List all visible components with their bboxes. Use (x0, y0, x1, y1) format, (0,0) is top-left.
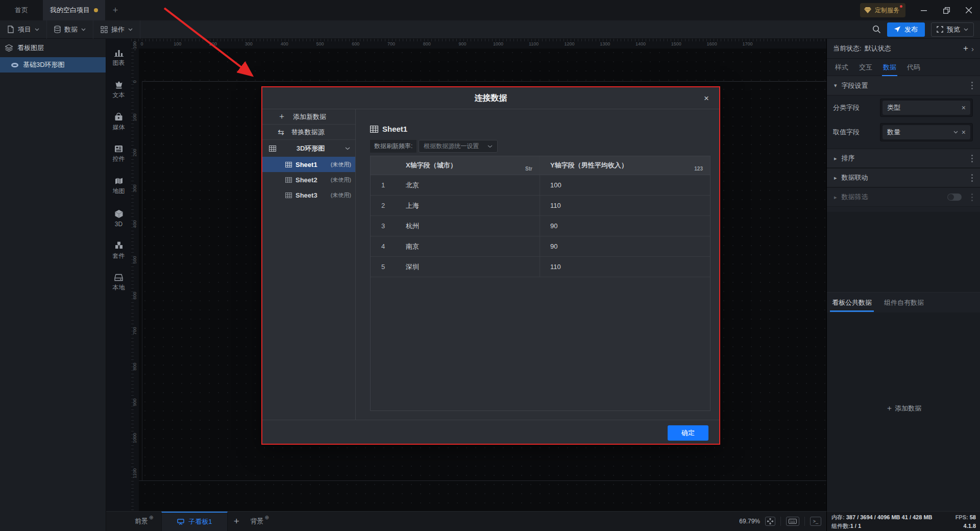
add-state-button[interactable]: + (963, 43, 968, 54)
kebab-menu-icon[interactable] (971, 158, 973, 159)
fit-screen-button[interactable] (765, 517, 775, 526)
data-group-row[interactable]: 3D环形图 (262, 140, 355, 157)
fps-label: FPS: (955, 514, 968, 520)
tab-data[interactable]: 数据 (883, 59, 896, 76)
tab-style[interactable]: 样式 (835, 59, 848, 76)
dock-item-text[interactable]: 文本 (106, 75, 131, 105)
sheet-name: Sheet2 (296, 176, 317, 184)
tab-code[interactable]: 代码 (907, 59, 920, 76)
fps-value: 58 (970, 514, 976, 520)
dock-item-local[interactable]: 本地 (106, 268, 131, 298)
tab-board-shared-data[interactable]: 看板公共数据 (832, 293, 872, 313)
add-foreground-icon[interactable]: ⊕ (149, 515, 153, 520)
kebab-menu-icon[interactable] (971, 177, 973, 179)
dock-item-media[interactable]: 媒体 (106, 107, 131, 137)
sheet-item-1[interactable]: Sheet1 (未使用) (262, 157, 355, 172)
close-icon (966, 7, 972, 13)
dock-item-map[interactable]: 地图 (106, 171, 131, 202)
shortcut-keys-button[interactable] (786, 517, 799, 526)
category-field-input[interactable]: 类型 × (880, 99, 973, 117)
add-subboard-button[interactable]: + (228, 516, 245, 527)
custom-service-button[interactable]: 定制服务 (860, 3, 905, 17)
dock-item-3d[interactable]: 3D (106, 203, 131, 234)
send-icon (894, 26, 901, 33)
section-sort[interactable]: ▸ 排序 (827, 149, 980, 168)
search-icon[interactable] (872, 25, 881, 34)
expand-states-button[interactable]: › (971, 44, 974, 53)
zoom-level[interactable]: 69.79% (739, 518, 760, 525)
cell-x[interactable]: 深圳 (396, 257, 540, 277)
restore-button[interactable] (935, 0, 958, 20)
sheet-item-3[interactable]: Sheet3 (未使用) (262, 187, 355, 203)
tab-home[interactable]: 首页 (0, 0, 43, 20)
h-ruler-label: 0 (140, 41, 143, 46)
section-data-filter-label: 数据筛选 (842, 192, 868, 202)
section-data-link[interactable]: ▸ 数据联动 (827, 168, 980, 187)
dock-item-widgets[interactable]: 控件 (106, 139, 131, 170)
table-row: 5 深圳 110 (371, 257, 710, 277)
cell-x[interactable]: 北京 (396, 175, 540, 195)
section-field-settings[interactable]: ▾ 字段设置 (827, 76, 980, 95)
tab-component-own-data[interactable]: 组件自有数据 (884, 293, 924, 313)
cell-y[interactable]: 110 (540, 257, 710, 277)
v-ruler-label: 0 (132, 74, 137, 89)
kebab-menu-icon[interactable] (971, 197, 973, 198)
artboard-top-edge (142, 81, 826, 82)
menu-data[interactable]: 数据 (47, 20, 93, 39)
preview-button[interactable]: 预览 (931, 22, 974, 37)
console-button[interactable]: >_ (810, 517, 821, 526)
h-ruler-label: 1200 (564, 41, 574, 46)
add-new-data-button[interactable]: ＋ 添加新数据 (262, 109, 355, 125)
confirm-button[interactable]: 确定 (668, 425, 708, 441)
add-background-icon[interactable]: ⊕ (264, 515, 268, 520)
refresh-frequency-select[interactable]: 根据数据源统一设置 (419, 140, 498, 153)
sheet-item-2[interactable]: Sheet2 (未使用) (262, 172, 355, 187)
section-data-link-label: 数据联动 (842, 173, 868, 182)
replace-data-source-button[interactable]: ⇆ 替换数据源 (262, 125, 355, 140)
menu-project[interactable]: 项目 (0, 20, 47, 39)
h-ruler-label: 1300 (600, 41, 610, 46)
section-field-settings-label: 字段设置 (842, 81, 868, 90)
dock-item-kits[interactable]: 套件 (106, 235, 131, 266)
tab-project[interactable]: 我的空白项目 (43, 0, 105, 20)
category-field-row: 分类字段 类型 × (827, 95, 980, 120)
x-column-header[interactable]: X轴字段（城市） Str (396, 156, 540, 175)
add-data-button[interactable]: ＋ 添加数据 (827, 403, 980, 413)
cell-y[interactable]: 110 (540, 196, 710, 215)
index-column-header (371, 156, 396, 175)
value-field-input[interactable]: 数量 × (880, 123, 973, 141)
foreground-button[interactable]: 前景 ⊕ (130, 517, 158, 526)
minimize-button[interactable] (913, 0, 935, 20)
cell-x[interactable]: 杭州 (396, 216, 540, 236)
cell-y[interactable]: 90 (540, 216, 710, 236)
custom-service-label: 定制服务 (875, 6, 899, 15)
tab-interaction[interactable]: 交互 (859, 59, 872, 76)
section-data-filter[interactable]: ▸ 数据筛选 (827, 187, 980, 207)
kebab-menu-icon[interactable] (971, 85, 973, 86)
dock-item-charts[interactable]: 图表 (106, 42, 131, 73)
new-tab-button[interactable]: + (105, 0, 126, 20)
menu-actions[interactable]: 操作 (93, 20, 140, 39)
chevron-down-icon[interactable] (953, 131, 958, 134)
cell-y[interactable]: 90 (540, 236, 710, 256)
current-state-label: 当前状态: (833, 44, 862, 53)
background-button[interactable]: 背景 ⊕ (245, 517, 274, 526)
clear-icon[interactable]: × (962, 104, 966, 112)
cell-x[interactable]: 南京 (396, 236, 540, 256)
data-filter-toggle[interactable] (947, 194, 962, 201)
cell-y[interactable]: 100 (540, 175, 710, 195)
publish-button[interactable]: 发布 (887, 22, 925, 37)
table-icon (285, 177, 292, 183)
data-table: X轴字段（城市） Str Y轴字段（男性平均收入） 123 1 北京 100 2… (370, 156, 710, 411)
add-new-data-label: 添加新数据 (293, 112, 326, 122)
modal-close-button[interactable]: × (700, 92, 713, 105)
subboard-tab[interactable]: 子看板1 (161, 512, 228, 531)
close-button[interactable] (958, 0, 980, 20)
layer-item-basic-3d-ring[interactable]: 基础3D环形图 (0, 57, 106, 73)
cell-x[interactable]: 上海 (396, 196, 540, 215)
section-sort-label: 排序 (842, 154, 855, 163)
divider (780, 517, 781, 526)
y-column-header[interactable]: Y轴字段（男性平均收入） 123 (540, 156, 710, 175)
v-ruler-label: 600 (132, 288, 137, 303)
clear-icon[interactable]: × (962, 128, 966, 136)
